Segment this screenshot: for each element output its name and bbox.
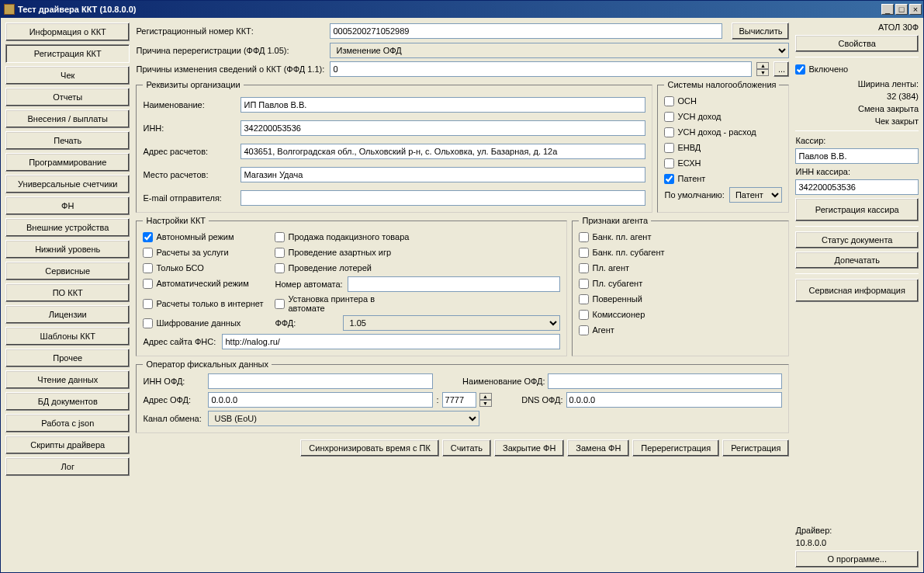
nav-item[interactable]: Лицензии: [5, 305, 130, 324]
footer-button[interactable]: Замена ФН: [567, 439, 629, 457]
nav-item[interactable]: Лог: [5, 457, 130, 476]
tax-legend: Системы налогообложения: [664, 80, 779, 89]
footer-button[interactable]: Регистрация: [722, 439, 789, 457]
spin-up[interactable]: ▲: [756, 62, 769, 69]
nav-item[interactable]: Нижний уровень: [5, 240, 130, 259]
agent-checkbox[interactable]: [579, 279, 589, 289]
org-place-label: Место расчетов:: [143, 170, 236, 179]
rereg-reason-select[interactable]: Изменение ОФД: [330, 43, 789, 58]
nav-item[interactable]: Сервисные: [5, 262, 130, 280]
reg-cashier-button[interactable]: Регистрация кассира: [795, 198, 919, 221]
tax-checkbox[interactable]: [664, 127, 674, 137]
nav-item[interactable]: Регистрация ККТ: [5, 44, 130, 63]
nav-item[interactable]: Скрипты драйвера: [5, 436, 130, 454]
tax-checkbox[interactable]: [664, 174, 674, 184]
nav-item[interactable]: Программирование: [5, 153, 130, 172]
nav-sidebar: Информация о ККТРегистрация ККТЧекОтчеты…: [5, 23, 130, 568]
enabled-checkbox[interactable]: [795, 64, 805, 75]
nav-item[interactable]: ПО ККТ: [5, 283, 130, 302]
nav-item[interactable]: Информация о ККТ: [5, 23, 130, 41]
agent-checkbox[interactable]: [579, 294, 589, 304]
org-name-input[interactable]: [241, 97, 645, 113]
tape-label: Ширина ленты:: [795, 79, 919, 89]
nav-item[interactable]: БД документов: [5, 392, 130, 411]
properties-button[interactable]: Свойства: [795, 35, 919, 52]
tax-checkbox[interactable]: [664, 158, 674, 168]
kkt-item-label: Автономный режим: [156, 232, 234, 241]
kkt-checkbox[interactable]: [143, 232, 153, 242]
tax-fieldset: Системы налогообложения ОСНУСН доходУСН …: [657, 80, 789, 213]
agent-checkbox[interactable]: [579, 310, 589, 320]
org-place-input[interactable]: [241, 167, 645, 182]
app-icon: [4, 4, 15, 15]
footer-button[interactable]: Синхронизировать время с ПК: [300, 439, 439, 457]
machine-no-input[interactable]: [348, 276, 561, 292]
ofd-legend: Оператор фискальных данных: [143, 359, 271, 369]
ofd-port-input[interactable]: [442, 392, 476, 408]
change-reasons-more-button[interactable]: ...: [773, 61, 789, 77]
minimize-button[interactable]: _: [881, 4, 894, 15]
ofd-channel-select[interactable]: USB (EoU): [208, 411, 479, 426]
nav-item[interactable]: Прочее: [5, 349, 130, 367]
footer-button[interactable]: Перерегистрация: [632, 439, 719, 457]
port-spin-up[interactable]: ▲: [479, 393, 492, 400]
doc-status-button[interactable]: Статус документа: [795, 231, 919, 248]
internet-only-checkbox[interactable]: [143, 299, 153, 309]
nav-item[interactable]: Универсальные счетчики: [5, 175, 130, 193]
agent-checkbox[interactable]: [579, 232, 589, 242]
calc-button[interactable]: Вычислить: [732, 23, 789, 40]
footer-button[interactable]: Закрытие ФН: [494, 439, 564, 457]
kkt-checkbox[interactable]: [275, 263, 285, 273]
agent-item-label: Банк. пл. субагент: [592, 248, 664, 257]
kkt-checkbox[interactable]: [143, 279, 153, 289]
ofd-inn-input[interactable]: [208, 373, 433, 389]
reg-no-input[interactable]: [330, 23, 722, 39]
agent-checkbox[interactable]: [579, 325, 589, 335]
ofd-dns-input[interactable]: [566, 392, 783, 408]
tax-default-select[interactable]: Патент: [729, 187, 783, 203]
cashier-input[interactable]: [795, 148, 919, 164]
org-addr-input[interactable]: [241, 144, 645, 159]
kkt-item-label: Проведение азартных игр: [288, 248, 391, 257]
tax-checkbox[interactable]: [664, 96, 674, 106]
port-spin-down[interactable]: ▼: [479, 400, 492, 407]
change-reasons-input[interactable]: [330, 61, 752, 77]
nav-item[interactable]: Чек: [5, 66, 130, 85]
spin-down[interactable]: ▼: [756, 69, 769, 76]
agent-checkbox[interactable]: [579, 263, 589, 273]
fns-input[interactable]: [222, 334, 560, 349]
nav-item[interactable]: Работа с json: [5, 414, 130, 432]
printer-auto-checkbox[interactable]: [275, 299, 285, 309]
tax-item-label: Патент: [677, 174, 705, 183]
footer-button[interactable]: Считать: [442, 439, 491, 457]
nav-item[interactable]: Шаблоны ККТ: [5, 327, 130, 346]
tax-checkbox[interactable]: [664, 143, 674, 153]
ofd-name-input[interactable]: [548, 373, 782, 389]
reprint-button[interactable]: Допечатать: [795, 252, 919, 269]
service-info-button[interactable]: Сервисная информация: [795, 279, 919, 302]
kkt-checkbox[interactable]: [143, 263, 153, 273]
maximize-button[interactable]: □: [895, 4, 908, 15]
org-inn-input[interactable]: [241, 120, 645, 136]
ffd-select[interactable]: 1.05: [343, 315, 560, 331]
window-title: Тест драйвера ККТ (10.8.0.0): [18, 5, 880, 14]
kkt-checkbox[interactable]: [275, 232, 285, 242]
tax-checkbox[interactable]: [664, 112, 674, 122]
encrypt-checkbox[interactable]: [143, 318, 153, 328]
org-email-input[interactable]: [241, 190, 645, 206]
kkt-checkbox[interactable]: [275, 248, 285, 258]
ofd-dns-label: DNS ОФД:: [495, 395, 563, 405]
nav-item[interactable]: Чтение данных: [5, 370, 130, 389]
about-button[interactable]: О программе...: [795, 550, 919, 568]
close-button[interactable]: ×: [909, 4, 922, 15]
nav-item[interactable]: Печать: [5, 131, 130, 150]
agent-item-label: Пл. субагент: [592, 279, 642, 288]
agent-checkbox[interactable]: [579, 248, 589, 258]
cashier-inn-input[interactable]: [795, 179, 919, 195]
nav-item[interactable]: ФН: [5, 196, 130, 215]
ofd-addr-input[interactable]: [208, 392, 433, 408]
nav-item[interactable]: Внешние устройства: [5, 218, 130, 237]
nav-item[interactable]: Отчеты: [5, 88, 130, 106]
nav-item[interactable]: Внесения / выплаты: [5, 109, 130, 128]
kkt-checkbox[interactable]: [143, 248, 153, 258]
